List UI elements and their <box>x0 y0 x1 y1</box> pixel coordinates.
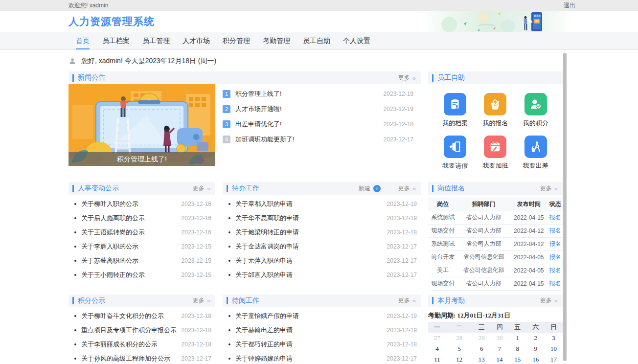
list-item[interactable]: 关于苏莸离职的公示2023-12-15 <box>72 253 211 268</box>
apply-link[interactable]: 报名 <box>549 214 561 221</box>
news-item-title[interactable]: 积分管理上线了! <box>235 90 282 98</box>
shortcut-label[interactable]: 我的报名 <box>476 119 515 128</box>
news-item[interactable]: 2 人才市场开通啦! 2023-12-19 <box>223 101 413 116</box>
calendar-day[interactable]: 8 <box>508 343 526 354</box>
calendar-day[interactable]: 4 <box>428 343 446 354</box>
logout-link[interactable]: 退出 <box>564 1 575 10</box>
shortcut-label[interactable]: 我的积分 <box>516 119 555 128</box>
new-label[interactable]: 新建 <box>359 184 370 193</box>
attendance-more-link[interactable]: 更多» <box>540 296 558 305</box>
item-title[interactable]: 关于李辉入职的公示 <box>81 242 138 251</box>
list-item[interactable]: 关于王语嫣转岗的公示2023-12-16 <box>72 225 211 239</box>
calendar-day[interactable]: 10 <box>545 343 563 354</box>
shortcut-label[interactable]: 我的档案 <box>435 119 475 128</box>
nav-item-home[interactable]: 首页 <box>76 32 90 49</box>
list-item[interactable]: 关于鲍梁明转正的申请2023-12-18 <box>227 225 417 239</box>
shortcut-my-archive[interactable]: 我的档案 <box>435 93 475 128</box>
calendar-day[interactable]: 14 <box>491 354 509 364</box>
list-item[interactable]: 重点项目及专项工作积分申报公示2023-12-18 <box>72 323 211 338</box>
item-title[interactable]: 关于孙风的高级工程师加分公示 <box>81 354 170 363</box>
list-item[interactable]: 关于金达富调岗的申请2023-12-17 <box>227 239 417 253</box>
more-label[interactable]: 更多 <box>193 184 205 193</box>
jobs-more-link[interactable]: 更多» <box>540 184 558 193</box>
item-title[interactable]: 关于鲍梁明转正的申请 <box>235 228 299 237</box>
item-title[interactable]: 关于苏莸离职的公示 <box>81 256 138 265</box>
more-label[interactable]: 更多 <box>398 184 410 193</box>
list-item[interactable]: 关于元萍入职的申请2023-12-17 <box>227 253 417 268</box>
nav-item-talent-market[interactable]: 人才市场 <box>182 32 210 49</box>
list-item[interactable]: 关于柳叶奋斗文化积分的公示2023-12-18 <box>72 309 211 323</box>
list-item[interactable]: 关于章都入职的申请2023-12-19 <box>227 197 417 211</box>
list-item[interactable]: 关于钟婷婚嫁的申请2023-12-17 <box>227 352 417 364</box>
nav-item-personal-settings[interactable]: 个人设置 <box>343 32 370 49</box>
vertical-scrollbar[interactable] <box>563 53 567 361</box>
item-title[interactable]: 关于柳叶奋斗文化积分的公示 <box>81 312 164 320</box>
new-todo-button[interactable]: 新建+ <box>359 184 381 193</box>
list-item[interactable]: 关于华不思离职的申请2023-12-19 <box>227 211 417 225</box>
item-title[interactable]: 关于王语嫣转岗的公示 <box>81 228 145 237</box>
list-item[interactable]: 关于孙风的高级工程师加分公示2023-12-17 <box>72 352 211 364</box>
todo-more-link[interactable]: 更多» <box>398 184 416 193</box>
calendar-day[interactable]: 16 <box>526 354 545 364</box>
shortcut-my-signup[interactable]: 我的报名 <box>476 93 515 128</box>
shortcut-label[interactable]: 我要加班 <box>476 161 515 170</box>
calendar-day[interactable]: 2 <box>526 333 545 343</box>
calendar-day[interactable]: 9 <box>526 343 545 354</box>
item-title[interactable]: 重点项目及专项工作积分申报公示 <box>81 326 177 335</box>
list-item[interactable]: 关于赫翰出差的申请2023-12-19 <box>227 323 417 338</box>
plus-icon[interactable]: + <box>373 185 381 192</box>
shortcut-label[interactable]: 我要请假 <box>435 161 475 170</box>
calendar-day[interactable]: 15 <box>508 354 526 364</box>
item-title[interactable]: 关于华不思离职的申请 <box>235 214 299 223</box>
news-item-title[interactable]: 加班调班功能更新了! <box>235 135 295 144</box>
list-item[interactable]: 关于邰言入职的申请2023-12-17 <box>227 268 417 282</box>
item-title[interactable]: 关于邰言入职的申请 <box>235 271 293 279</box>
calendar-day[interactable]: 6 <box>473 343 491 354</box>
apply-link[interactable]: 报名 <box>549 227 561 234</box>
calendar-day[interactable]: 27 <box>428 333 446 343</box>
calendar-day[interactable]: 13 <box>473 354 491 364</box>
more-label[interactable]: 更多 <box>398 296 410 305</box>
list-item[interactable]: 关于李丽丽成长积分的公示2023-12-18 <box>72 338 211 352</box>
more-label[interactable]: 更多 <box>193 296 205 305</box>
item-title[interactable]: 关于章都入职的申请 <box>235 200 293 208</box>
item-title[interactable]: 关于金达富调岗的申请 <box>235 242 299 251</box>
item-title[interactable]: 关于都巧转正的申请 <box>235 340 293 349</box>
calendar-day[interactable]: 17 <box>545 354 563 364</box>
list-item[interactable]: 关于都巧转正的申请2023-12-18 <box>227 338 417 352</box>
calendar-day[interactable]: 12 <box>446 354 473 364</box>
item-title[interactable]: 关于元萍入职的申请 <box>235 256 293 265</box>
list-item[interactable]: 关于王小雨转正的公示2023-12-15 <box>72 268 211 282</box>
more-label[interactable]: 更多 <box>540 184 552 193</box>
item-title[interactable]: 关于王小雨转正的公示 <box>81 271 145 279</box>
news-image-caption[interactable]: 积分管理上线了! <box>68 152 215 166</box>
apply-link[interactable]: 报名 <box>549 280 561 287</box>
nav-item-employee-archive[interactable]: 员工档案 <box>102 32 130 49</box>
item-title[interactable]: 关于易大彪离职的公示 <box>81 214 145 223</box>
calendar-day[interactable]: 28 <box>446 333 473 343</box>
shortcut-label[interactable]: 我要出差 <box>516 161 555 170</box>
toread-more-link[interactable]: 更多» <box>398 296 416 305</box>
news-item-title[interactable]: 人才市场开通啦! <box>235 105 282 114</box>
points-more-link[interactable]: 更多» <box>193 296 210 305</box>
item-title[interactable]: 关于柳叶入职的公示 <box>81 200 138 208</box>
more-label[interactable]: 更多 <box>398 74 410 82</box>
apply-link[interactable]: 报名 <box>549 253 561 260</box>
list-item[interactable]: 关于李辉入职的公示2023-12-15 <box>72 239 211 253</box>
nav-item-points-mgmt[interactable]: 积分管理 <box>223 32 250 49</box>
item-title[interactable]: 关于李丽丽成长积分的公示 <box>81 340 158 349</box>
shortcut-request-leave[interactable]: 我要请假 <box>435 136 475 170</box>
list-item[interactable]: 关于易大彪离职的公示2023-12-16 <box>72 211 211 225</box>
news-item-title[interactable]: 出差申请优化了! <box>235 120 282 129</box>
apply-link[interactable]: 报名 <box>549 240 561 247</box>
calendar-day[interactable]: 3 <box>545 333 563 343</box>
shortcut-business-trip[interactable]: 我要出差 <box>516 136 555 170</box>
news-featured-image[interactable]: $ <box>68 84 215 166</box>
calendar-day[interactable]: 30 <box>491 333 509 343</box>
more-label[interactable]: 更多 <box>540 296 552 305</box>
nav-item-employee-mgmt[interactable]: 员工管理 <box>142 32 170 49</box>
calendar-day[interactable]: 29 <box>473 333 491 343</box>
news-more-link[interactable]: 更多» <box>398 74 416 82</box>
calendar-day[interactable]: 5 <box>446 343 473 354</box>
news-item[interactable]: 4 加班调班功能更新了! 2023-12-17 <box>223 132 413 147</box>
